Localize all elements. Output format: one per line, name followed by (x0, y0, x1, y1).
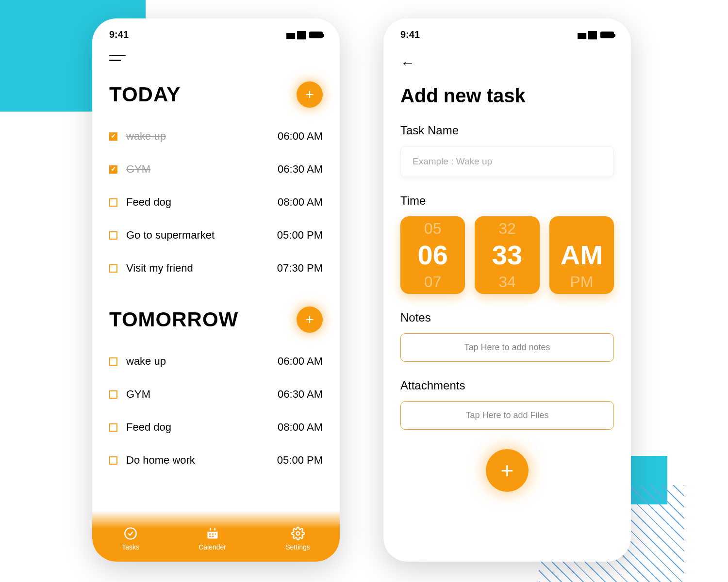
task-label: Do home work (126, 454, 277, 467)
task-checkbox[interactable] (109, 231, 117, 240)
signal-icon (286, 29, 294, 40)
svg-rect-3 (210, 528, 211, 531)
minute-next: 34 (498, 274, 516, 290)
status-time: 9:41 (400, 29, 420, 40)
hour-next: 07 (424, 274, 442, 290)
svg-rect-4 (214, 528, 215, 531)
task-checkbox[interactable] (109, 456, 117, 465)
task-label: Visit my friend (126, 262, 277, 275)
nav-calendar-label: Calender (199, 543, 226, 551)
plus-icon: + (501, 457, 514, 484)
minute: 33 (492, 236, 522, 274)
ampm: AM (561, 236, 603, 274)
task-label: Go to supermarket (126, 229, 277, 242)
section-title: TODAY (109, 83, 181, 106)
plus-icon: + (305, 86, 314, 103)
task-time: 05:00 PM (277, 229, 323, 242)
task-name-input[interactable]: Example : Wake up (400, 146, 614, 177)
task-label: wake up (126, 130, 278, 143)
gear-icon (291, 527, 305, 540)
add-files-button[interactable]: Tap Here to add Files (400, 401, 614, 430)
task-label: Feed dog (126, 196, 278, 209)
svg-rect-5 (209, 534, 211, 534)
calendar-icon (206, 527, 219, 540)
task-row[interactable]: Visit my friend 07:30 PM (109, 252, 323, 285)
time-minute-picker[interactable]: 32 33 34 (475, 216, 539, 294)
task-time: 06:30 AM (278, 388, 323, 401)
status-icons (577, 29, 614, 40)
status-icons (286, 29, 323, 40)
task-row[interactable]: Do home work 05:00 PM (109, 444, 323, 477)
task-time: 07:30 PM (277, 262, 323, 275)
wifi-icon (588, 29, 597, 40)
check-circle-icon (124, 527, 137, 540)
add-task-fab[interactable]: + (297, 307, 323, 333)
phone-tasks-list: 9:41 TODAY + wake up 06:00 AM GYM 06:30 … (92, 18, 340, 562)
task-row[interactable]: Feed dog 08:00 AM (109, 411, 323, 444)
task-time: 06:00 AM (278, 355, 323, 368)
notes-label: Notes (400, 311, 614, 324)
back-arrow-icon[interactable]: ← (400, 55, 631, 71)
task-row[interactable]: GYM 06:30 AM (109, 153, 323, 186)
task-row[interactable]: Feed dog 08:00 AM (109, 186, 323, 219)
task-row[interactable]: GYM 06:30 AM (109, 378, 323, 411)
hour-prev: 05 (424, 221, 442, 236)
nav-calendar[interactable]: Calender (199, 527, 226, 551)
attachments-label: Attachments (400, 379, 614, 392)
task-row[interactable]: wake up 06:00 AM (109, 345, 323, 378)
battery-icon (309, 32, 323, 38)
add-task-fab[interactable]: + (297, 81, 323, 108)
task-checkbox[interactable] (109, 198, 117, 207)
task-row[interactable]: wake up 06:00 AM (109, 120, 323, 153)
submit-task-fab[interactable]: + (486, 449, 529, 492)
task-checkbox[interactable] (109, 357, 117, 366)
ampm-next: PM (570, 274, 593, 290)
plus-icon: + (305, 311, 314, 328)
svg-point-0 (125, 528, 136, 539)
task-row[interactable]: Go to supermarket 05:00 PM (109, 219, 323, 252)
signal-icon (577, 29, 585, 40)
wifi-icon (297, 29, 306, 40)
svg-rect-9 (212, 536, 214, 537)
task-label: Feed dog (126, 421, 278, 434)
task-checkbox[interactable] (109, 264, 117, 273)
status-bar: 9:41 (92, 18, 340, 40)
task-checkbox[interactable] (109, 423, 117, 432)
task-time: 06:30 AM (278, 163, 323, 176)
task-time: 08:00 AM (278, 421, 323, 434)
task-label: wake up (126, 355, 278, 368)
svg-point-10 (296, 532, 299, 535)
task-checkbox[interactable] (109, 132, 117, 141)
minute-prev: 32 (498, 221, 516, 236)
task-time: 08:00 AM (278, 196, 323, 209)
add-notes-button[interactable]: Tap Here to add notes (400, 333, 614, 362)
task-time: 06:00 AM (278, 130, 323, 143)
nav-tasks-label: Tasks (122, 543, 139, 551)
task-time: 05:00 PM (277, 454, 323, 467)
nav-settings-label: Settings (285, 543, 310, 551)
time-label: Time (400, 194, 614, 208)
svg-rect-7 (215, 534, 215, 534)
task-checkbox[interactable] (109, 390, 117, 399)
task-label: GYM (126, 163, 278, 176)
phone-add-task: 9:41 ← Add new task Task Name Example : … (383, 18, 631, 562)
section-title: TOMORROW (109, 308, 238, 331)
task-checkbox[interactable] (109, 165, 117, 174)
nav-settings[interactable]: Settings (285, 527, 310, 551)
task-name-label: Task Name (400, 124, 614, 137)
status-bar: 9:41 (383, 18, 631, 40)
svg-rect-2 (207, 530, 217, 532)
page-title: Add new task (383, 71, 631, 107)
nav-tasks[interactable]: Tasks (122, 527, 139, 551)
task-label: GYM (126, 388, 278, 401)
battery-icon (600, 32, 614, 38)
svg-rect-8 (209, 536, 211, 537)
time-hour-picker[interactable]: 05 06 07 (400, 216, 465, 294)
status-time: 9:41 (109, 29, 129, 40)
hour: 06 (418, 236, 448, 274)
hamburger-icon[interactable] (109, 55, 126, 61)
bottom-nav: Tasks Calender Settings (92, 511, 340, 562)
svg-rect-6 (212, 534, 214, 534)
time-ampm-picker[interactable]: · AM PM (549, 216, 614, 294)
